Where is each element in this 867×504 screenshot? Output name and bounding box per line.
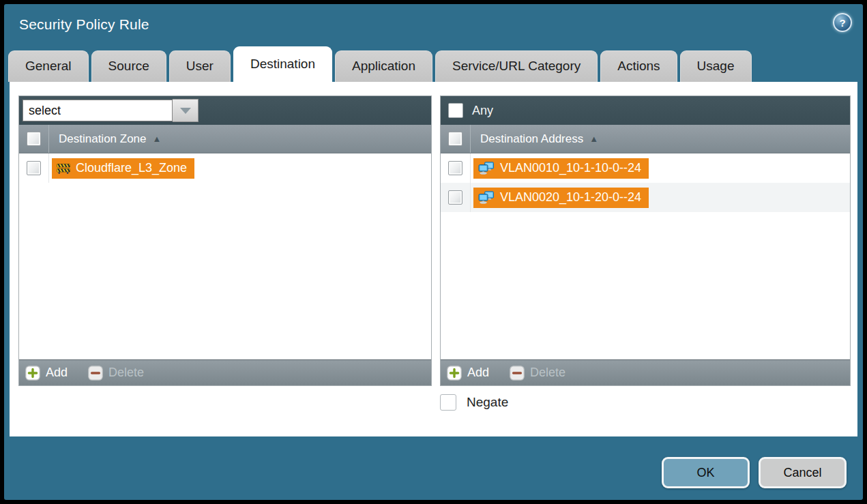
table-row[interactable]: Cloudflare_L3_Zone (19, 153, 431, 183)
delete-icon (510, 366, 525, 381)
dialog-actions: OK Cancel (662, 457, 847, 488)
zone-list: Cloudflare_L3_Zone (19, 153, 431, 359)
delete-address-button[interactable]: Delete (510, 366, 565, 381)
negate-checkbox[interactable] (440, 394, 456, 411)
add-label: Add (467, 366, 489, 380)
address-entry-label: VLAN0010_10-1-10-0--24 (500, 161, 641, 175)
tab-user[interactable]: User (169, 50, 231, 82)
zone-panel-footer: Add Delete (19, 359, 431, 385)
cancel-button[interactable]: Cancel (759, 457, 847, 488)
add-zone-button[interactable]: Add (25, 366, 68, 381)
add-icon (447, 366, 462, 381)
address-entry[interactable]: VLAN0020_10-1-20-0--24 (473, 188, 649, 208)
zone-column-title: Destination Zone (59, 132, 147, 146)
destination-zone-panel: Destination Zone ▲ (18, 95, 432, 386)
any-label: Any (472, 104, 493, 118)
tab-general[interactable]: General (8, 50, 89, 82)
ok-button[interactable]: OK (662, 457, 750, 488)
delete-zone-button[interactable]: Delete (88, 366, 144, 381)
network-address-icon (478, 162, 495, 175)
security-policy-rule-dialog: Security Policy Rule ? General Source Us… (4, 4, 863, 500)
sort-ascending-icon[interactable]: ▲ (153, 134, 162, 144)
table-row[interactable]: VLAN0020_10-1-20-0--24 (441, 183, 850, 212)
address-list: VLAN0010_10-1-10-0--24 (441, 153, 850, 359)
any-checkbox[interactable] (448, 103, 463, 118)
add-icon (25, 366, 40, 381)
help-glyph: ? (839, 17, 845, 29)
address-entry-label: VLAN0020_10-1-20-0--24 (500, 190, 641, 205)
row-checkbox[interactable] (448, 190, 462, 205)
tab-actions[interactable]: Actions (600, 50, 677, 82)
delete-label: Delete (530, 366, 565, 380)
tab-bar: General Source User Destination Applicat… (8, 47, 752, 82)
tab-application[interactable]: Application (335, 50, 432, 82)
address-select-all-checkbox[interactable] (448, 132, 462, 146)
address-entry[interactable]: VLAN0010_10-1-10-0--24 (473, 158, 649, 179)
table-row[interactable]: VLAN0010_10-1-10-0--24 (441, 153, 850, 183)
zone-panel-toolbar (19, 96, 431, 125)
zone-select-all-checkbox[interactable] (27, 132, 41, 146)
network-address-icon (478, 191, 495, 204)
tab-usage[interactable]: Usage (680, 50, 752, 82)
add-label: Add (46, 366, 68, 380)
address-panel-toolbar: Any (441, 96, 850, 125)
zone-icon (57, 163, 70, 174)
zone-select-input[interactable] (23, 100, 173, 121)
chevron-down-icon (180, 108, 191, 114)
delete-icon (88, 366, 103, 381)
row-checkbox[interactable] (27, 161, 41, 175)
dialog-title: Security Policy Rule (19, 16, 149, 33)
tab-source[interactable]: Source (91, 50, 166, 82)
help-icon[interactable]: ? (833, 13, 852, 32)
address-column-title: Destination Address (480, 132, 583, 146)
negate-option: Negate (440, 394, 508, 411)
sort-ascending-icon[interactable]: ▲ (589, 134, 598, 144)
address-panel-footer: Add Delete (441, 359, 850, 385)
tab-destination[interactable]: Destination (233, 46, 332, 82)
destination-tab-content: Destination Zone ▲ (10, 82, 857, 436)
zone-column-header[interactable]: Destination Zone ▲ (19, 125, 431, 153)
address-column-header[interactable]: Destination Address ▲ (441, 125, 850, 153)
dialog-titlebar: Security Policy Rule ? (4, 4, 863, 47)
zone-entry-label: Cloudflare_L3_Zone (76, 161, 187, 175)
zone-entry[interactable]: Cloudflare_L3_Zone (52, 158, 194, 179)
add-address-button[interactable]: Add (447, 366, 489, 381)
destination-address-panel: Any Destination Address ▲ (440, 95, 851, 386)
delete-label: Delete (108, 366, 144, 380)
row-checkbox[interactable] (448, 161, 462, 175)
negate-label: Negate (467, 395, 508, 410)
zone-select-dropdown-button[interactable] (173, 99, 199, 122)
tab-service-url-category[interactable]: Service/URL Category (435, 50, 598, 82)
